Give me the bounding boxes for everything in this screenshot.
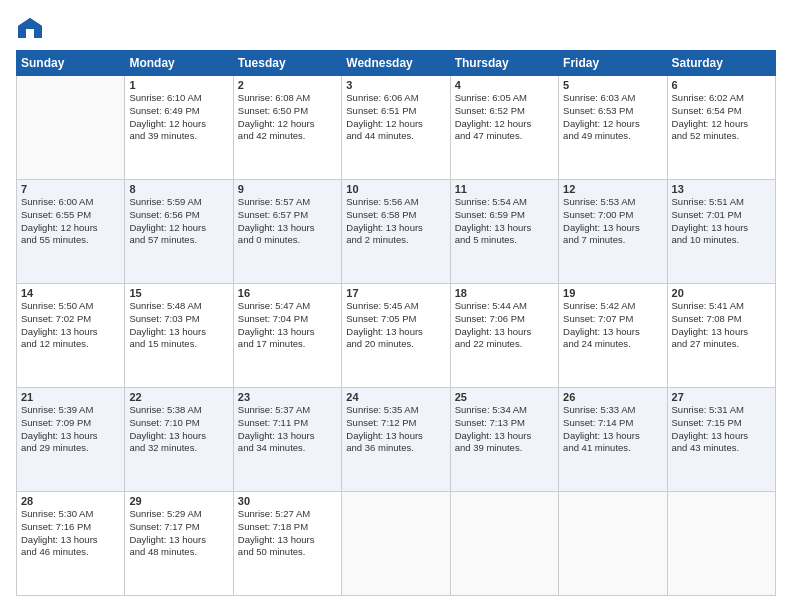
header [16,16,776,40]
day-info: Sunrise: 5:34 AM Sunset: 7:13 PM Dayligh… [455,404,554,455]
day-number: 9 [238,183,337,195]
day-number: 11 [455,183,554,195]
day-number: 30 [238,495,337,507]
day-number: 7 [21,183,120,195]
calendar-day-cell: 9Sunrise: 5:57 AM Sunset: 6:57 PM Daylig… [233,180,341,284]
calendar-day-cell [450,492,558,596]
logo-icon [16,16,44,40]
calendar-day-cell: 18Sunrise: 5:44 AM Sunset: 7:06 PM Dayli… [450,284,558,388]
day-number: 5 [563,79,662,91]
day-info: Sunrise: 6:05 AM Sunset: 6:52 PM Dayligh… [455,92,554,143]
calendar-day-cell [559,492,667,596]
day-number: 15 [129,287,228,299]
calendar-day-cell: 26Sunrise: 5:33 AM Sunset: 7:14 PM Dayli… [559,388,667,492]
calendar-day-cell: 13Sunrise: 5:51 AM Sunset: 7:01 PM Dayli… [667,180,775,284]
day-info: Sunrise: 5:50 AM Sunset: 7:02 PM Dayligh… [21,300,120,351]
day-info: Sunrise: 5:45 AM Sunset: 7:05 PM Dayligh… [346,300,445,351]
calendar-day-cell: 23Sunrise: 5:37 AM Sunset: 7:11 PM Dayli… [233,388,341,492]
day-number: 1 [129,79,228,91]
calendar-day-cell: 17Sunrise: 5:45 AM Sunset: 7:05 PM Dayli… [342,284,450,388]
day-number: 29 [129,495,228,507]
calendar-day-cell: 14Sunrise: 5:50 AM Sunset: 7:02 PM Dayli… [17,284,125,388]
day-info: Sunrise: 5:35 AM Sunset: 7:12 PM Dayligh… [346,404,445,455]
calendar-day-cell: 7Sunrise: 6:00 AM Sunset: 6:55 PM Daylig… [17,180,125,284]
day-info: Sunrise: 6:08 AM Sunset: 6:50 PM Dayligh… [238,92,337,143]
calendar-week-row: 1Sunrise: 6:10 AM Sunset: 6:49 PM Daylig… [17,76,776,180]
day-info: Sunrise: 5:33 AM Sunset: 7:14 PM Dayligh… [563,404,662,455]
calendar-day-cell [17,76,125,180]
day-info: Sunrise: 6:06 AM Sunset: 6:51 PM Dayligh… [346,92,445,143]
weekday-header: Saturday [667,51,775,76]
calendar-day-cell: 27Sunrise: 5:31 AM Sunset: 7:15 PM Dayli… [667,388,775,492]
weekday-header: Thursday [450,51,558,76]
day-info: Sunrise: 5:39 AM Sunset: 7:09 PM Dayligh… [21,404,120,455]
day-info: Sunrise: 5:31 AM Sunset: 7:15 PM Dayligh… [672,404,771,455]
calendar-day-cell: 8Sunrise: 5:59 AM Sunset: 6:56 PM Daylig… [125,180,233,284]
day-info: Sunrise: 6:10 AM Sunset: 6:49 PM Dayligh… [129,92,228,143]
calendar-table: SundayMondayTuesdayWednesdayThursdayFrid… [16,50,776,596]
svg-rect-2 [26,29,34,38]
calendar-week-row: 14Sunrise: 5:50 AM Sunset: 7:02 PM Dayli… [17,284,776,388]
calendar-day-cell: 20Sunrise: 5:41 AM Sunset: 7:08 PM Dayli… [667,284,775,388]
day-number: 23 [238,391,337,403]
day-number: 6 [672,79,771,91]
day-number: 19 [563,287,662,299]
calendar-day-cell: 10Sunrise: 5:56 AM Sunset: 6:58 PM Dayli… [342,180,450,284]
day-info: Sunrise: 5:48 AM Sunset: 7:03 PM Dayligh… [129,300,228,351]
day-number: 8 [129,183,228,195]
day-number: 4 [455,79,554,91]
calendar-week-row: 28Sunrise: 5:30 AM Sunset: 7:16 PM Dayli… [17,492,776,596]
weekday-header: Wednesday [342,51,450,76]
calendar-day-cell: 30Sunrise: 5:27 AM Sunset: 7:18 PM Dayli… [233,492,341,596]
calendar-day-cell: 3Sunrise: 6:06 AM Sunset: 6:51 PM Daylig… [342,76,450,180]
calendar-day-cell: 28Sunrise: 5:30 AM Sunset: 7:16 PM Dayli… [17,492,125,596]
day-info: Sunrise: 5:54 AM Sunset: 6:59 PM Dayligh… [455,196,554,247]
day-info: Sunrise: 5:51 AM Sunset: 7:01 PM Dayligh… [672,196,771,247]
page: SundayMondayTuesdayWednesdayThursdayFrid… [0,0,792,612]
calendar-day-cell: 21Sunrise: 5:39 AM Sunset: 7:09 PM Dayli… [17,388,125,492]
day-number: 22 [129,391,228,403]
day-info: Sunrise: 5:59 AM Sunset: 6:56 PM Dayligh… [129,196,228,247]
calendar-day-cell: 15Sunrise: 5:48 AM Sunset: 7:03 PM Dayli… [125,284,233,388]
calendar-day-cell [667,492,775,596]
day-number: 25 [455,391,554,403]
day-info: Sunrise: 5:27 AM Sunset: 7:18 PM Dayligh… [238,508,337,559]
weekday-header: Sunday [17,51,125,76]
calendar-day-cell [342,492,450,596]
calendar-day-cell: 2Sunrise: 6:08 AM Sunset: 6:50 PM Daylig… [233,76,341,180]
calendar-day-cell: 29Sunrise: 5:29 AM Sunset: 7:17 PM Dayli… [125,492,233,596]
day-info: Sunrise: 5:38 AM Sunset: 7:10 PM Dayligh… [129,404,228,455]
day-info: Sunrise: 5:53 AM Sunset: 7:00 PM Dayligh… [563,196,662,247]
day-number: 2 [238,79,337,91]
calendar-week-row: 7Sunrise: 6:00 AM Sunset: 6:55 PM Daylig… [17,180,776,284]
day-info: Sunrise: 5:56 AM Sunset: 6:58 PM Dayligh… [346,196,445,247]
day-info: Sunrise: 5:37 AM Sunset: 7:11 PM Dayligh… [238,404,337,455]
day-info: Sunrise: 6:00 AM Sunset: 6:55 PM Dayligh… [21,196,120,247]
calendar-day-cell: 4Sunrise: 6:05 AM Sunset: 6:52 PM Daylig… [450,76,558,180]
calendar-day-cell: 6Sunrise: 6:02 AM Sunset: 6:54 PM Daylig… [667,76,775,180]
day-info: Sunrise: 5:42 AM Sunset: 7:07 PM Dayligh… [563,300,662,351]
calendar-day-cell: 1Sunrise: 6:10 AM Sunset: 6:49 PM Daylig… [125,76,233,180]
calendar-day-cell: 16Sunrise: 5:47 AM Sunset: 7:04 PM Dayli… [233,284,341,388]
day-info: Sunrise: 5:41 AM Sunset: 7:08 PM Dayligh… [672,300,771,351]
day-number: 3 [346,79,445,91]
calendar-day-cell: 5Sunrise: 6:03 AM Sunset: 6:53 PM Daylig… [559,76,667,180]
day-info: Sunrise: 5:57 AM Sunset: 6:57 PM Dayligh… [238,196,337,247]
day-number: 24 [346,391,445,403]
day-number: 10 [346,183,445,195]
logo [16,16,48,40]
calendar-week-row: 21Sunrise: 5:39 AM Sunset: 7:09 PM Dayli… [17,388,776,492]
day-number: 21 [21,391,120,403]
day-number: 13 [672,183,771,195]
calendar-day-cell: 25Sunrise: 5:34 AM Sunset: 7:13 PM Dayli… [450,388,558,492]
day-number: 28 [21,495,120,507]
weekday-header: Friday [559,51,667,76]
day-number: 18 [455,287,554,299]
weekday-header: Tuesday [233,51,341,76]
calendar-day-cell: 12Sunrise: 5:53 AM Sunset: 7:00 PM Dayli… [559,180,667,284]
day-number: 17 [346,287,445,299]
day-number: 20 [672,287,771,299]
day-info: Sunrise: 6:03 AM Sunset: 6:53 PM Dayligh… [563,92,662,143]
day-info: Sunrise: 5:30 AM Sunset: 7:16 PM Dayligh… [21,508,120,559]
day-number: 27 [672,391,771,403]
